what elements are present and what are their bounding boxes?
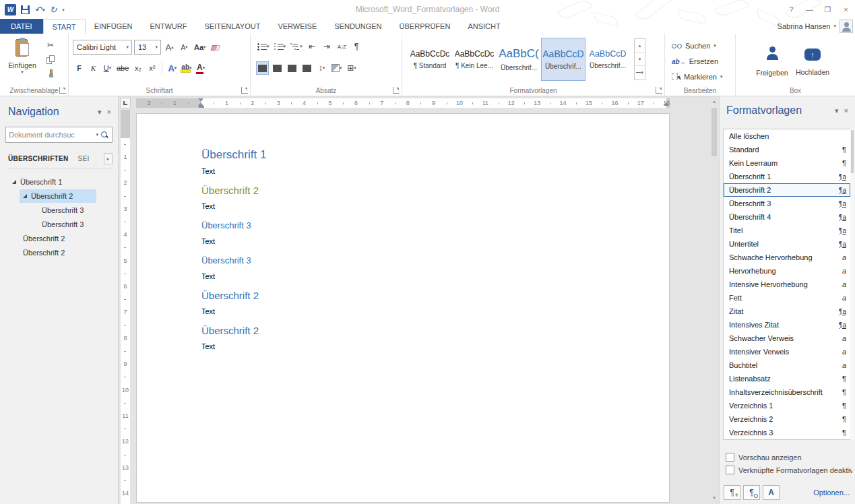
style-list-item[interactable]: Überschrift 1¶a	[724, 170, 850, 183]
scroll-down-icon[interactable]: ▾	[710, 494, 718, 502]
line-spacing-button[interactable]: ↕▾	[315, 61, 328, 75]
ribbon-tab-seitenlayout[interactable]: SEITENLAYOUT	[195, 19, 269, 34]
find-button[interactable]: Suchen ▾	[672, 42, 716, 50]
redo-button[interactable]: ↻	[49, 5, 57, 14]
borders-button[interactable]: ⊞▾	[346, 61, 358, 75]
style-list-item[interactable]: Verzeichnis 3¶	[724, 426, 850, 439]
style-gallery-item[interactable]: AaBbCcDc¶ Kein Lee...	[452, 38, 497, 81]
style-list-item[interactable]: Standard¶	[724, 143, 850, 156]
expand-triangle-icon[interactable]	[23, 194, 27, 198]
replace-button[interactable]: ab→ Ersetzen	[672, 57, 718, 65]
numbering-button[interactable]: ▾	[273, 40, 288, 53]
tab-seiten[interactable]: SEI	[77, 155, 89, 162]
vertical-ruler[interactable]: 1234567891011121314	[119, 110, 132, 504]
font-size-combo[interactable]: 13 ▾	[134, 40, 161, 55]
user-avatar[interactable]	[840, 20, 853, 33]
select-button[interactable]: Markieren ▾	[672, 73, 722, 81]
pane-close-button[interactable]: ×	[107, 108, 111, 116]
styles-scrollbar[interactable]	[850, 129, 854, 440]
scrollbar-thumb[interactable]	[711, 108, 717, 156]
copy-button[interactable]	[43, 53, 58, 65]
style-inspector-button[interactable]: ¶	[743, 485, 760, 500]
style-gallery-item[interactable]: AaBbCcDÜberschrif...	[585, 38, 630, 81]
tab-scroll-button[interactable]: ▸	[104, 153, 113, 164]
first-line-indent-marker[interactable]	[198, 98, 203, 102]
new-style-button[interactable]: ¶+	[724, 485, 740, 500]
paste-button[interactable]: Einfügen ▾	[5, 38, 39, 84]
pane-menu-button[interactable]: ▾	[835, 106, 839, 115]
left-indent-marker[interactable]	[199, 106, 204, 108]
style-list-item[interactable]: Intensive Hervorhebunga	[724, 278, 850, 291]
save-button[interactable]	[21, 5, 30, 14]
align-right-button[interactable]	[286, 61, 298, 75]
ribbon-tab-entwurf[interactable]: ENTWURF	[141, 19, 195, 34]
scrollbar-thumb[interactable]	[851, 130, 854, 173]
ribbon-tab-sendungen[interactable]: SENDUNGEN	[325, 19, 390, 34]
bullets-button[interactable]: ▾	[256, 40, 271, 53]
align-left-button[interactable]	[256, 61, 269, 75]
ribbon-tab-ansicht[interactable]: ANSICHT	[459, 19, 509, 34]
ribbon-tab-überprüfen[interactable]: ÜBERPRÜFEN	[391, 19, 460, 34]
tab-selector-button[interactable]	[120, 98, 131, 108]
options-link[interactable]: Optionen...	[813, 489, 850, 497]
undo-button[interactable]: ↶▾	[34, 5, 44, 14]
shrink-font-button[interactable]: A▾	[178, 40, 191, 54]
document-page[interactable]: Überschrift 1TextÜberschrift 2TextÜbersc…	[136, 113, 670, 503]
style-list-item[interactable]: Überschrift 2¶a	[724, 183, 850, 197]
style-list-item[interactable]: Verzeichnis 1¶	[724, 399, 850, 412]
nav-tree-item[interactable]: Überschrift 3	[0, 203, 118, 217]
maximize-button[interactable]: ❐	[819, 2, 837, 17]
tab-datei[interactable]: DATEI	[0, 19, 43, 34]
strikethrough-button[interactable]: abe	[115, 61, 130, 75]
align-center-button[interactable]	[271, 61, 284, 75]
font-color-button[interactable]: A▾	[195, 61, 208, 75]
multilevel-list-button[interactable]: ▾	[289, 40, 304, 53]
style-list-item[interactable]: Intensives Zitat¶a	[724, 318, 850, 332]
ribbon-tab-einfügen[interactable]: EINFÜGEN	[86, 19, 141, 34]
style-list-item[interactable]: Fetta	[724, 291, 850, 305]
format-painter-button[interactable]	[43, 67, 58, 80]
bold-button[interactable]: F	[73, 61, 86, 75]
style-list-item[interactable]: Zitat¶a	[724, 305, 850, 318]
show-formatting-marks-button[interactable]: ¶	[350, 40, 363, 53]
style-list-item[interactable]: Schwache Hervorhebunga	[724, 251, 850, 264]
underline-button[interactable]: U▾	[101, 61, 114, 75]
nav-tree-item[interactable]: Überschrift 2	[0, 245, 118, 259]
style-list-item[interactable]: Titel¶a	[724, 224, 850, 237]
style-list-item[interactable]: Listenabsatz¶	[724, 372, 850, 385]
decrease-indent-button[interactable]: ⇤	[306, 40, 319, 53]
highlight-color-button[interactable]: ab▾	[180, 61, 193, 75]
nav-tree-item[interactable]: Überschrift 3	[0, 217, 118, 231]
pane-close-button[interactable]: ×	[844, 106, 848, 115]
document-scrollbar[interactable]: ▴ ▾	[710, 98, 718, 502]
minimize-button[interactable]: —	[800, 2, 819, 17]
clear-formatting-button[interactable]	[210, 40, 222, 54]
grow-font-button[interactable]: A▴	[163, 40, 176, 54]
style-list-item[interactable]: Buchtitela	[724, 358, 850, 372]
help-button[interactable]: ?	[782, 2, 800, 17]
sort-button[interactable]: A↓Z	[336, 40, 348, 53]
style-list-item[interactable]: Inhaltsverzeichnisüberschrift¶	[724, 385, 850, 399]
upload-button[interactable]: ↑ Hochladen	[795, 39, 830, 82]
scroll-up-icon[interactable]: ▴	[710, 98, 718, 106]
style-gallery-item[interactable]: AaBbC(Überschrif...	[497, 38, 541, 81]
manage-styles-button[interactable]: A	[763, 485, 780, 500]
style-list-item[interactable]: Verzeichnis 2¶	[724, 412, 850, 426]
search-icon[interactable]	[100, 131, 109, 139]
horizontal-ruler[interactable]: 21123456789101112131415161718	[136, 96, 670, 110]
style-gallery-item[interactable]: AaBbCcDc¶ Standard	[408, 38, 452, 81]
gallery-scroll-down-button[interactable]: ▾	[635, 53, 645, 66]
customize-qat-button[interactable]: ▾	[61, 5, 65, 14]
share-button[interactable]: Freigeben	[755, 39, 790, 82]
search-options-dropdown[interactable]: ▾	[96, 132, 98, 137]
pane-menu-button[interactable]: ▾	[98, 108, 102, 117]
word-app-icon[interactable]: W	[5, 4, 16, 15]
nav-tree-item[interactable]: Überschrift 1	[0, 175, 118, 189]
style-list-item[interactable]: Überschrift 3¶a	[724, 197, 850, 210]
document-search-box[interactable]: ▾	[5, 127, 113, 143]
ribbon-tab-start[interactable]: START	[43, 19, 86, 34]
close-button[interactable]: ×	[837, 2, 855, 17]
dialog-launcher-icon[interactable]	[241, 87, 248, 94]
style-list-item[interactable]: Alle löschen	[724, 129, 850, 143]
dialog-launcher-icon[interactable]	[393, 87, 400, 94]
